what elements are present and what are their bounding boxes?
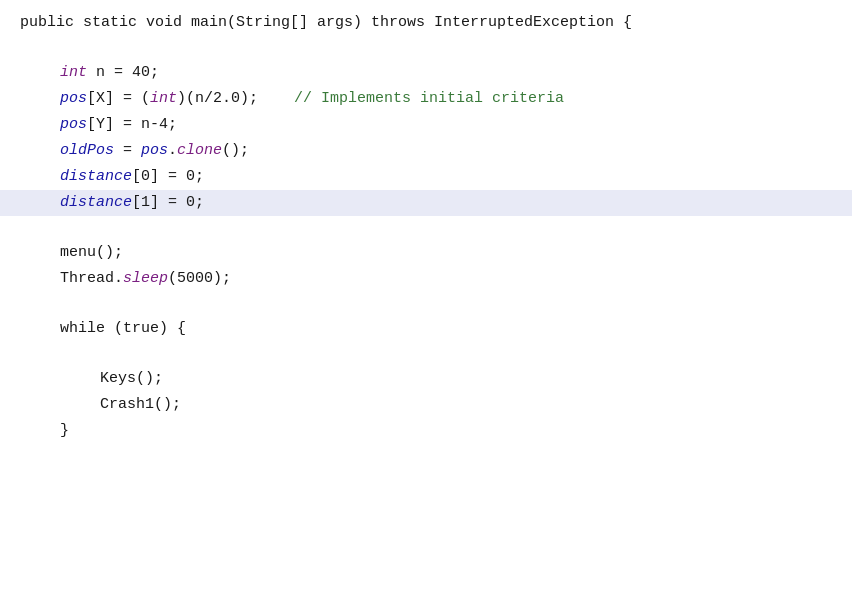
code-text: distance bbox=[60, 165, 132, 189]
code-text: menu(); bbox=[60, 241, 123, 265]
code-line-10: menu(); bbox=[0, 240, 852, 266]
keyword-int: int bbox=[60, 61, 87, 85]
code-text: = bbox=[114, 139, 141, 163]
code-text: [Y] = n-4; bbox=[87, 113, 177, 137]
code-line-13: while (true) { bbox=[0, 316, 852, 342]
code-line-19 bbox=[0, 468, 852, 492]
code-text: (5000); bbox=[168, 267, 231, 291]
code-line-4: pos[X] = (int)(n/2.0); // Implements ini… bbox=[0, 86, 852, 112]
code-text: sleep bbox=[123, 267, 168, 291]
comment-text: // Implements initial criteria bbox=[294, 87, 564, 111]
code-text: public static void main(String[] args) t… bbox=[20, 11, 632, 35]
code-text: oldPos bbox=[60, 139, 114, 163]
code-text: pos bbox=[141, 139, 168, 163]
code-text: )(n/2.0); bbox=[177, 87, 294, 111]
keyword-int2: int bbox=[150, 87, 177, 111]
code-line-17: } bbox=[0, 418, 852, 444]
code-text: Thread. bbox=[60, 267, 123, 291]
code-line-12 bbox=[0, 292, 852, 316]
code-line-5: pos[Y] = n-4; bbox=[0, 112, 852, 138]
code-text: (); bbox=[222, 139, 249, 163]
code-text: n = 40; bbox=[87, 61, 159, 85]
code-line-23 bbox=[0, 564, 852, 588]
code-line-16: Crash1(); bbox=[0, 392, 852, 418]
code-line-9 bbox=[0, 216, 852, 240]
code-line-3: int n = 40; bbox=[0, 60, 852, 86]
code-line-18 bbox=[0, 444, 852, 468]
code-line-15: Keys(); bbox=[0, 366, 852, 392]
code-text: distance bbox=[60, 191, 132, 215]
code-editor: public static void main(String[] args) t… bbox=[0, 0, 852, 610]
code-line-21 bbox=[0, 516, 852, 540]
code-text: . bbox=[168, 139, 177, 163]
code-line-6: oldPos = pos.clone(); bbox=[0, 138, 852, 164]
code-text: [1] = 0; bbox=[132, 191, 204, 215]
code-text: } bbox=[60, 419, 69, 443]
code-text: clone bbox=[177, 139, 222, 163]
code-text: pos bbox=[60, 113, 87, 137]
code-text: Crash1(); bbox=[100, 393, 181, 417]
code-line-8: distance[1] = 0; bbox=[0, 190, 852, 216]
code-line-22 bbox=[0, 540, 852, 564]
code-line-11: Thread.sleep(5000); bbox=[0, 266, 852, 292]
code-text: Keys(); bbox=[100, 367, 163, 391]
code-line-24 bbox=[0, 588, 852, 610]
code-text: pos bbox=[60, 87, 87, 111]
code-text: while (true) { bbox=[60, 317, 186, 341]
code-line-1: public static void main(String[] args) t… bbox=[0, 10, 852, 36]
code-text: [X] = ( bbox=[87, 87, 150, 111]
code-line-14 bbox=[0, 342, 852, 366]
code-line-2 bbox=[0, 36, 852, 60]
code-text: [0] = 0; bbox=[132, 165, 204, 189]
code-line-20 bbox=[0, 492, 852, 516]
code-line-7: distance[0] = 0; bbox=[0, 164, 852, 190]
